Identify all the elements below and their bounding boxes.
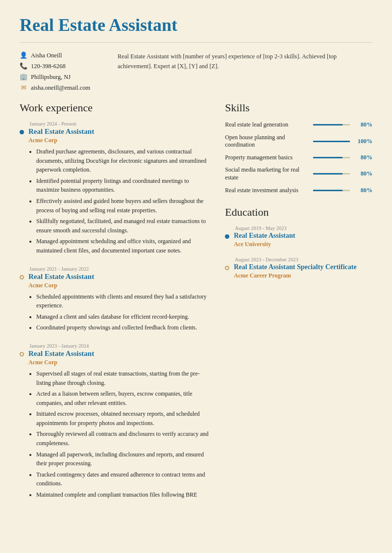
edu-bullet-dot — [225, 266, 229, 270]
contact-email: aisha.oneill@email.com — [31, 84, 90, 92]
contact-info: 👤 Aisha Oneill 📞 120-398-6268 🏢 Phillips… — [20, 51, 98, 92]
bullet-item: Effectively assisted and guided home buy… — [36, 197, 210, 215]
right-column: Skills Real estate lead generation80%Ope… — [225, 101, 372, 510]
edu-title: Real Estate Assistant Specialty Certific… — [234, 263, 372, 271]
edu-date: August 2019 - May 2023 — [235, 226, 372, 231]
edu-entry: August 2023 - December 2023Real Estate A… — [225, 257, 372, 279]
contact-location-item: 🏢 Phillipsburg, NJ — [20, 73, 98, 81]
skill-bar-wrap — [313, 124, 350, 126]
skill-label: Real estate lead generation — [225, 121, 308, 129]
work-date: January 2021 - January 2022 — [29, 266, 210, 272]
job-bullets: Drafted purchase agreements, disclosures… — [28, 147, 210, 255]
phone-icon: 📞 — [20, 62, 27, 70]
work-experience-list: January 2024 - PresentReal Estate Assist… — [20, 121, 210, 500]
company-name: Acme Corp — [28, 359, 210, 366]
work-entry: January 2021 - January 2022Real Estate A… — [20, 266, 210, 332]
bullet-dot — [20, 352, 24, 356]
company-name: Acme Corp — [28, 137, 210, 144]
education-list: August 2019 - May 2023Real Estate Assist… — [225, 226, 372, 279]
bullet-item: Supervised all stages of real estate tra… — [36, 369, 210, 387]
bullet-item: Tracked contingency dates and ensured ad… — [36, 470, 210, 488]
skill-label: Open house planning and coordination — [225, 134, 308, 149]
contact-name-item: 👤 Aisha Oneill — [20, 51, 98, 59]
contact-name: Aisha Oneill — [31, 52, 62, 59]
bullet-item: Drafted purchase agreements, disclosures… — [36, 147, 210, 175]
bullet-dot — [20, 275, 24, 279]
skill-percent: 100% — [355, 138, 372, 145]
bullet-item: Managed appointment scheduling and offic… — [36, 237, 210, 255]
contact-phone-item: 📞 120-398-6268 — [20, 62, 98, 70]
job-title: Real Estate Assistant — [28, 273, 210, 281]
skills-section: Skills Real estate lead generation80%Ope… — [225, 101, 372, 194]
job-bullets: Scheduled appointments with clients and … — [28, 292, 210, 332]
bullet-item: Initiated escrow processes, obtained nec… — [36, 409, 210, 427]
bullet-item: Identified potential property listings a… — [36, 176, 210, 195]
skill-bar-fill — [313, 141, 350, 142]
contact-location: Phillipsburg, NJ — [31, 74, 71, 81]
skill-bar-fill — [313, 190, 343, 191]
job-title: Real Estate Assistant — [28, 350, 210, 358]
company-name: Acme Corp — [28, 282, 210, 289]
left-column: Work experience January 2024 - PresentRe… — [20, 101, 210, 510]
skill-label: Property management basics — [225, 154, 308, 162]
edu-date: August 2023 - December 2023 — [235, 257, 372, 262]
work-date: January 2023 - January 2024 — [29, 343, 210, 349]
contact-phone: 120-398-6268 — [31, 63, 66, 70]
location-icon: 🏢 — [20, 73, 27, 81]
work-entry: January 2024 - PresentReal Estate Assist… — [20, 121, 210, 255]
work-experience-title: Work experience — [20, 101, 210, 114]
bullet-item: Acted as a liaison between sellers, buye… — [36, 389, 210, 407]
skill-label: Social media marketing for real estate — [225, 166, 308, 181]
edu-institution: Acme Career Program — [234, 272, 372, 279]
work-date: January 2024 - Present — [29, 121, 210, 126]
skill-bar-fill — [313, 124, 343, 126]
job-title: Real Estate Assistant — [28, 127, 210, 136]
skills-title: Skills — [225, 101, 372, 114]
skill-bar-wrap — [313, 141, 350, 142]
edu-entry: August 2019 - May 2023Real Estate Assist… — [225, 226, 372, 248]
person-icon: 👤 — [20, 51, 27, 59]
skill-bar-fill — [313, 173, 343, 175]
skills-list: Real estate lead generation80%Open house… — [225, 121, 372, 194]
bullet-dot — [20, 130, 24, 134]
work-entry: January 2023 - January 2024Real Estate A… — [20, 343, 210, 500]
skill-row: Social media marketing for real estate80… — [225, 166, 372, 181]
email-icon: ✉ — [20, 84, 27, 92]
education-title: Education — [225, 206, 372, 219]
skill-bar-wrap — [313, 157, 350, 158]
edu-institution: Ace University — [234, 241, 372, 248]
bullet-item: Coordinated property showings and collec… — [36, 323, 210, 332]
skill-bar-wrap — [313, 173, 350, 175]
skill-row: Open house planning and coordination100% — [225, 134, 372, 149]
skill-row: Property management basics80% — [225, 154, 372, 162]
skill-bar-fill — [313, 157, 343, 158]
resume-title: Real Estate Assistant — [20, 15, 372, 35]
skill-percent: 80% — [355, 121, 372, 128]
edu-bullet-dot — [225, 234, 229, 239]
edu-title: Real Estate Assistant — [234, 232, 372, 240]
bullet-item: Thoroughly reviewed all contracts and di… — [36, 429, 210, 448]
bullet-item: Managed a client and sales database for … — [36, 312, 210, 322]
skill-row: Real estate investment analysis80% — [225, 187, 372, 195]
contact-email-item: ✉ aisha.oneill@email.com — [20, 84, 98, 92]
education-section: Education August 2019 - May 2023Real Est… — [225, 206, 372, 279]
skill-percent: 80% — [355, 187, 372, 194]
summary-text: Real Estate Assistant with [number of ye… — [118, 51, 372, 92]
main-content: Work experience January 2024 - PresentRe… — [20, 101, 372, 510]
skill-percent: 80% — [355, 170, 372, 177]
bullet-item: Managed all paperwork, including disclos… — [36, 450, 210, 468]
skill-bar-wrap — [313, 190, 350, 191]
skill-percent: 80% — [355, 154, 372, 161]
job-bullets: Supervised all stages of real estate tra… — [28, 369, 210, 500]
bullet-item: Skillfully negotiated, facilitated, and … — [36, 217, 210, 235]
skill-row: Real estate lead generation80% — [225, 121, 372, 129]
skill-label: Real estate investment analysis — [225, 187, 308, 195]
bullet-item: Scheduled appointments with clients and … — [36, 292, 210, 310]
header-divider — [20, 42, 372, 43]
contact-summary: 👤 Aisha Oneill 📞 120-398-6268 🏢 Phillips… — [20, 51, 372, 92]
bullet-item: Maintained complete and compliant transa… — [36, 490, 210, 500]
